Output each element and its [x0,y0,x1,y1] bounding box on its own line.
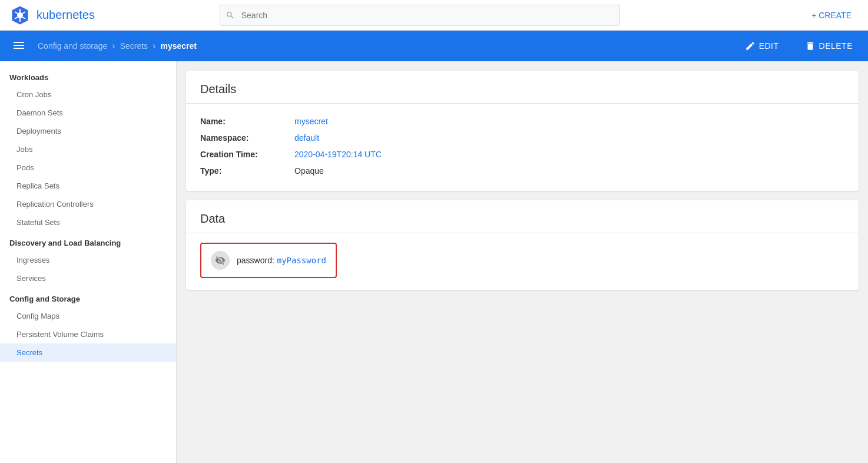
breadcrumb-actions: EDIT DELETE [739,37,859,55]
app-name: kubernetes [37,8,95,22]
sidebar-item-cron-jobs[interactable]: Cron Jobs [0,85,176,104]
breadcrumb-config-storage[interactable]: Config and storage [38,41,107,51]
details-card: Details Name: mysecret Namespace: defaul… [186,71,859,191]
sidebar-item-ingresses[interactable]: Ingresses [0,251,176,269]
sidebar-section-discovery: Discovery and Load Balancing [0,231,176,251]
svg-point-1 [17,12,23,18]
data-card-body: password: myPassword [186,233,859,290]
sidebar-section-config: Config and Storage [0,287,176,307]
data-text-password: password: myPassword [237,256,326,265]
delete-icon [805,41,816,51]
sidebar-item-persistent-volume-claims[interactable]: Persistent Volume Claims [0,325,176,343]
detail-label-type: Type: [200,166,294,176]
detail-value-creation-time[interactable]: 2020-04-19T20:14 UTC [294,150,382,159]
sidebar-item-daemon-sets[interactable]: Daemon Sets [0,104,176,122]
breadcrumb: Config and storage › Secrets › mysecret [38,41,739,51]
detail-row-name: Name: mysecret [200,113,844,130]
data-item-password: password: myPassword [200,243,337,278]
sidebar: Workloads Cron Jobs Daemon Sets Deployme… [0,61,177,463]
breadcrumb-bar: Config and storage › Secrets › mysecret … [0,31,868,61]
eye-off-icon[interactable] [211,251,230,270]
sidebar-item-stateful-sets[interactable]: Stateful Sets [0,213,176,231]
edit-button[interactable]: EDIT [739,37,785,55]
sidebar-item-config-maps[interactable]: Config Maps [0,307,176,325]
detail-label-name: Name: [200,117,294,126]
sidebar-item-jobs[interactable]: Jobs [0,140,176,158]
sidebar-item-pods[interactable]: Pods [0,158,176,177]
search-icon [226,11,235,20]
detail-value-type: Opaque [294,166,324,176]
sidebar-item-services[interactable]: Services [0,269,176,287]
detail-label-creation-time: Creation Time: [200,150,294,159]
detail-value-namespace[interactable]: default [294,133,319,143]
search-bar [220,5,620,26]
search-input[interactable] [220,5,620,26]
main-layout: Workloads Cron Jobs Daemon Sets Deployme… [0,61,868,463]
sidebar-section-workloads: Workloads [0,66,176,85]
data-value-password: myPassword [277,256,326,265]
edit-icon [745,41,756,51]
sidebar-item-replication-controllers[interactable]: Replication Controllers [0,195,176,213]
sidebar-item-deployments[interactable]: Deployments [0,122,176,140]
detail-row-namespace: Namespace: default [200,130,844,146]
breadcrumb-sep-1: › [112,41,115,51]
detail-value-name[interactable]: mysecret [294,117,328,126]
data-card-title: Data [186,200,859,233]
detail-row-type: Type: Opaque [200,163,844,179]
sidebar-item-replica-sets[interactable]: Replica Sets [0,177,176,195]
detail-row-creation-time: Creation Time: 2020-04-19T20:14 UTC [200,146,844,163]
data-card: Data password: myPassword [186,200,859,290]
breadcrumb-current: mysecret [160,41,197,51]
create-button[interactable]: + CREATE [804,6,859,25]
details-card-title: Details [186,71,859,104]
breadcrumb-sep-2: › [153,41,155,51]
kubernetes-logo-icon [9,5,31,26]
sidebar-item-secrets[interactable]: Secrets [0,343,176,362]
detail-label-namespace: Namespace: [200,133,294,143]
data-key-password: password: [237,256,277,265]
menu-icon[interactable] [9,36,28,57]
details-card-body: Name: mysecret Namespace: default Creati… [186,104,859,191]
content-area: Details Name: mysecret Namespace: defaul… [177,61,868,463]
top-navbar: kubernetes + CREATE [0,0,868,31]
logo-area: kubernetes [9,5,127,26]
breadcrumb-secrets[interactable]: Secrets [120,41,148,51]
delete-button[interactable]: DELETE [799,37,859,55]
